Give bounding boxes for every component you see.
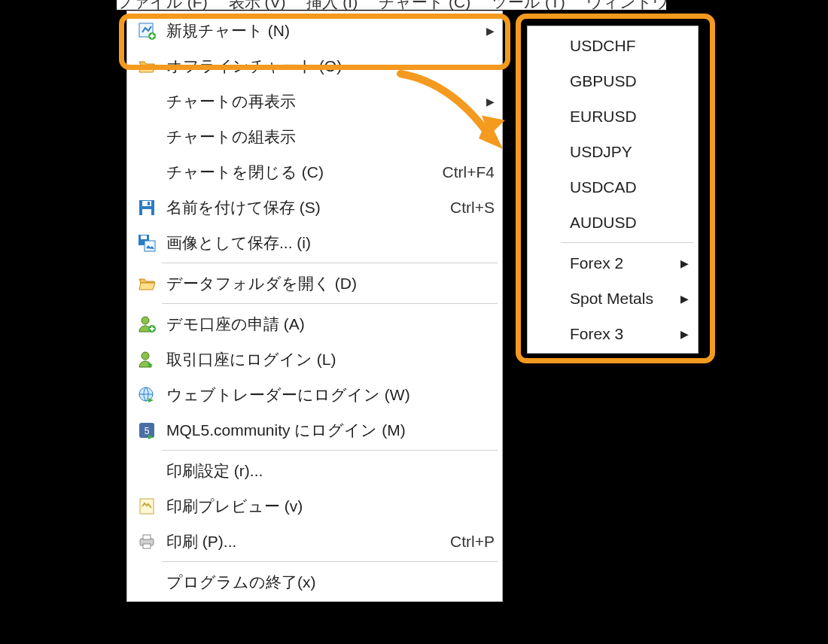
submenu-item-label: GBPUSD — [570, 72, 689, 90]
submenu-item-label: USDJPY — [570, 143, 689, 161]
new-chart-submenu: USDCHFGBPUSDEURUSDUSDJPYUSDCADAUDUSDFore… — [527, 26, 699, 354]
menu-separator — [162, 561, 498, 562]
submenu-item[interactable]: Forex 3▶ — [528, 316, 698, 351]
menu-item[interactable]: オフラインチャート (O) — [127, 48, 502, 84]
chevron-right-icon: ▶ — [680, 293, 689, 305]
svg-rect-3 — [142, 201, 151, 206]
chevron-right-icon: ▶ — [486, 96, 495, 108]
svg-rect-18 — [143, 544, 151, 548]
menu-separator — [162, 450, 498, 451]
submenu-item-label: EURUSD — [570, 108, 689, 126]
submenu-item[interactable]: Spot Metals▶ — [528, 281, 698, 316]
menu-item[interactable]: ウェブトレーダーにログイン (W) — [127, 377, 502, 412]
menubar-item-insert[interactable]: 挿入 (I) — [306, 0, 358, 10]
chevron-right-icon: ▶ — [680, 328, 689, 340]
submenu-item-label: USDCAD — [570, 178, 689, 196]
menu-item-label: 印刷プレビュー (v) — [166, 496, 495, 517]
chevron-right-icon: ▶ — [486, 25, 495, 37]
file-menu: 新規チャート (N)▶オフラインチャート (O)チャートの再表示▶チャートの組表… — [126, 11, 503, 602]
menubar-item-window[interactable]: ウィンドウ (W) — [586, 0, 666, 10]
menu-item-label: 新規チャート (N) — [166, 20, 480, 41]
menu-item-label: データフォルダを開く (D) — [166, 273, 495, 294]
menu-item-label: チャートを閉じる (C) — [166, 162, 435, 183]
menu-item[interactable]: 5MQL5.community にログイン (M) — [127, 412, 502, 448]
menu-item-label: プログラムの終了(x) — [166, 572, 495, 593]
menu-separator — [162, 303, 498, 304]
mql5-icon: 5 — [127, 421, 166, 439]
menu-item[interactable]: 画像として保存... (i) — [127, 225, 502, 260]
menu-item-label: ウェブトレーダーにログイン (W) — [166, 384, 495, 406]
chevron-right-icon: ▶ — [680, 257, 689, 269]
svg-rect-4 — [142, 209, 151, 215]
submenu-item[interactable]: EURUSD — [528, 99, 698, 134]
new-chart-icon — [127, 22, 166, 40]
globe-icon — [127, 386, 166, 404]
menu-item[interactable]: 印刷設定 (r)... — [127, 453, 502, 488]
menu-item-label: チャートの再表示 — [166, 91, 480, 112]
menu-item[interactable]: チャートの再表示▶ — [127, 84, 502, 119]
printer-icon — [127, 533, 166, 551]
menu-item[interactable]: チャートの組表示▶ — [127, 119, 502, 154]
menubar: ファイル (F) 表示 (V) 挿入 (I) チャート (C) ツール (T) … — [117, 0, 666, 10]
svg-rect-5 — [148, 202, 150, 205]
menu-item-label: チャートの組表示 — [166, 126, 480, 147]
menu-shortcut: Ctrl+P — [450, 533, 495, 551]
submenu-item-label: Forex 3 — [570, 325, 680, 343]
svg-rect-8 — [145, 241, 155, 251]
submenu-item-label: AUDUSD — [570, 214, 689, 232]
print-preview-icon — [127, 497, 166, 515]
menu-item-label: 名前を付けて保存 (S) — [166, 197, 443, 218]
svg-point-9 — [142, 317, 149, 324]
submenu-item[interactable]: AUDUSD — [528, 205, 698, 240]
submenu-item[interactable]: GBPUSD — [528, 63, 698, 99]
menu-item-label: 画像として保存... (i) — [166, 232, 495, 254]
menu-shortcut: Ctrl+F4 — [443, 163, 495, 181]
svg-rect-7 — [141, 235, 147, 239]
svg-point-11 — [142, 352, 149, 360]
submenu-item-label: Spot Metals — [570, 290, 680, 308]
chevron-right-icon: ▶ — [486, 131, 495, 143]
menu-item-label: オフラインチャート (O) — [166, 56, 495, 77]
submenu-item-label: Forex 2 — [570, 254, 680, 272]
folder-open-icon — [127, 57, 166, 75]
menu-item-label: MQL5.community にログイン (M) — [166, 420, 495, 441]
folder-open-icon — [127, 275, 166, 293]
menubar-item-view[interactable]: 表示 (V) — [229, 0, 286, 10]
menu-item[interactable]: デモ口座の申請 (A) — [127, 306, 502, 342]
menu-item[interactable]: チャートを閉じる (C)Ctrl+F4 — [127, 154, 502, 190]
menu-separator — [561, 242, 693, 243]
menubar-item-chart[interactable]: チャート (C) — [379, 0, 470, 10]
submenu-item[interactable]: USDJPY — [528, 134, 698, 169]
menu-item-label: デモ口座の申請 (A) — [166, 314, 495, 335]
menu-item-label: 取引口座にログイン (L) — [166, 349, 495, 370]
submenu-item[interactable]: USDCHF — [528, 28, 698, 63]
user-login-icon — [127, 351, 166, 369]
menubar-item-file[interactable]: ファイル (F) — [117, 0, 208, 10]
menu-item[interactable]: プログラムの終了(x) — [127, 564, 502, 600]
menubar-item-tool[interactable]: ツール (T) — [492, 0, 565, 10]
menu-item[interactable]: 印刷プレビュー (v) — [127, 488, 502, 524]
submenu-item[interactable]: USDCAD — [528, 169, 698, 205]
menu-item[interactable]: 新規チャート (N)▶ — [127, 13, 502, 48]
menu-separator — [162, 263, 498, 263]
menu-item[interactable]: 名前を付けて保存 (S)Ctrl+S — [127, 190, 502, 225]
menu-item-label: 印刷設定 (r)... — [166, 460, 495, 481]
svg-text:5: 5 — [145, 426, 150, 436]
user-add-icon — [127, 315, 166, 333]
submenu-item[interactable]: Forex 2▶ — [528, 245, 698, 281]
menu-item[interactable]: 取引口座にログイン (L) — [127, 342, 502, 377]
menu-item[interactable]: データフォルダを開く (D) — [127, 266, 502, 301]
menu-shortcut: Ctrl+S — [450, 199, 495, 217]
save-image-icon — [127, 234, 166, 252]
submenu-item-label: USDCHF — [570, 37, 689, 55]
svg-rect-17 — [143, 535, 151, 539]
menu-item-label: 印刷 (P)... — [166, 531, 443, 552]
save-icon — [127, 199, 166, 217]
menu-item[interactable]: 印刷 (P)...Ctrl+P — [127, 524, 502, 559]
